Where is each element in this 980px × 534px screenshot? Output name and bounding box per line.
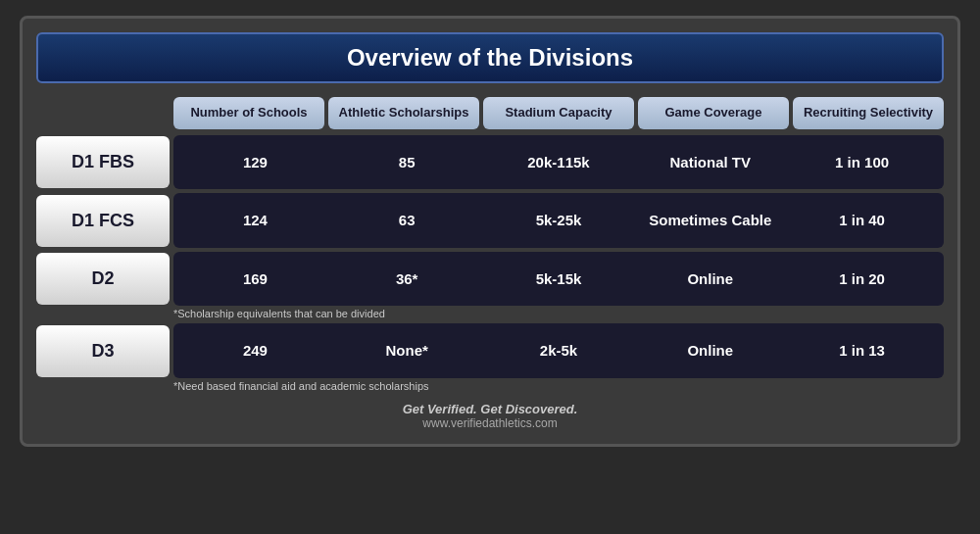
cell-num-schools: 124 [181,201,329,240]
cell-game-coverage: Online [636,331,784,370]
cell-game-coverage: Sometimes Cable [636,201,784,240]
table-row: D3249None*2k-5kOnline1 in 13 [36,323,944,378]
data-cells-d1-fcs: 124635k-25kSometimes Cable1 in 40 [173,193,944,248]
row-wrapper-d1-fcs: D1 FCS124635k-25kSometimes Cable1 in 40 [36,193,944,248]
footnote: *Need based financial aid and academic s… [173,380,944,392]
cell-num-schools: 249 [181,331,329,370]
data-cells-d1-fbs: 1298520k-115kNational TV1 in 100 [173,135,944,190]
col-header-stadium-capacity: Stadium Capacity [483,97,634,129]
cell-athletic-scholarships: 36* [333,260,481,299]
page-title: Overview of the Divisions [347,44,633,71]
cell-recruiting-selectivity: 1 in 40 [788,201,936,240]
header-row: Number of SchoolsAthletic ScholarshipsSt… [173,97,944,129]
cell-stadium-capacity: 20k-115k [485,143,633,182]
row-wrapper-d3: D3249None*2k-5kOnline1 in 13*Need based … [36,323,944,392]
cell-num-schools: 169 [181,260,329,299]
cell-recruiting-selectivity: 1 in 20 [788,260,936,299]
cell-athletic-scholarships: 63 [333,201,481,240]
row-label-d1-fbs: D1 FBS [36,136,170,188]
table-row: D216936*5k-15kOnline1 in 20 [36,252,944,307]
cell-num-schools: 129 [181,143,329,182]
cell-athletic-scholarships: 85 [333,143,481,182]
footnote: *Scholarship equivalents that can be div… [173,308,944,319]
row-label-d3: D3 [36,325,170,377]
row-label-d1-fcs: D1 FCS [36,195,170,247]
col-header-game-coverage: Game Coverage [638,97,789,129]
col-header-athletic-scholarships: Athletic Scholarships [328,97,479,129]
cell-stadium-capacity: 5k-15k [485,260,633,299]
main-container: Overview of the Divisions Number of Scho… [20,16,960,447]
cell-recruiting-selectivity: 1 in 100 [788,143,936,182]
table-row: D1 FCS124635k-25kSometimes Cable1 in 40 [36,193,944,248]
row-label-d2: D2 [36,253,170,305]
title-bar: Overview of the Divisions [36,32,944,83]
cell-game-coverage: National TV [636,143,784,182]
cell-athletic-scholarships: None* [333,331,481,370]
table-container: Number of SchoolsAthletic ScholarshipsSt… [36,97,944,392]
data-cells-d3: 249None*2k-5kOnline1 in 13 [173,323,944,378]
footer: Get Verified. Get Discovered. www.verifi… [36,402,944,430]
footer-url: www.verifiedathletics.com [36,416,944,430]
col-header-recruiting-selectivity: Recruiting Selectivity [793,97,944,129]
table-row: D1 FBS1298520k-115kNational TV1 in 100 [36,135,944,190]
cell-game-coverage: Online [636,260,784,299]
cell-stadium-capacity: 5k-25k [485,201,633,240]
cell-stadium-capacity: 2k-5k [485,331,633,370]
row-wrapper-d2: D216936*5k-15kOnline1 in 20*Scholarship … [36,252,944,320]
footer-tagline: Get Verified. Get Discovered. [36,402,944,416]
row-wrapper-d1-fbs: D1 FBS1298520k-115kNational TV1 in 100 [36,135,944,190]
col-header-num-schools: Number of Schools [173,97,324,129]
cell-recruiting-selectivity: 1 in 13 [788,331,936,370]
data-cells-d2: 16936*5k-15kOnline1 in 20 [173,252,944,307]
data-rows: D1 FBS1298520k-115kNational TV1 in 100D1… [36,135,944,392]
